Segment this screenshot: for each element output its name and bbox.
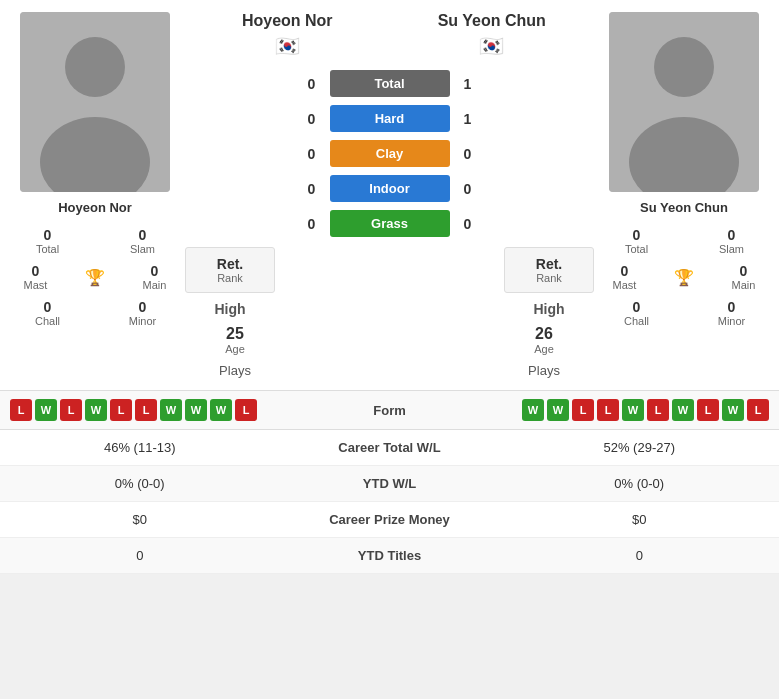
left-slam-label: Slam bbox=[130, 243, 155, 255]
right-mast-value: 0 bbox=[621, 263, 629, 279]
right-age-label: Age bbox=[494, 343, 594, 355]
career-right-val-3: 0 bbox=[500, 548, 780, 563]
right-mast-label: Mast bbox=[613, 279, 637, 291]
indoor-surface-btn: Indoor bbox=[330, 175, 450, 202]
high-row: High High bbox=[185, 301, 594, 317]
right-stats-row1: 0 Total 0 Slam bbox=[599, 227, 769, 255]
left-chall-label: Chall bbox=[35, 315, 60, 327]
right-age-value: 26 bbox=[494, 325, 594, 343]
left-slam-value: 0 bbox=[139, 227, 147, 243]
right-slam-value: 0 bbox=[728, 227, 736, 243]
left-minor-stat: 0 Minor bbox=[105, 299, 180, 327]
left-age-block: 25 Age bbox=[185, 325, 285, 355]
left-main-label: Main bbox=[143, 279, 167, 291]
right-flag: 🇰🇷 bbox=[390, 34, 595, 58]
left-form-badge-8: W bbox=[210, 399, 232, 421]
career-left-val-2: $0 bbox=[0, 512, 280, 527]
career-stats-row-1: 0% (0-0)YTD W/L0% (0-0) bbox=[0, 466, 779, 502]
right-stats-row3: 0 Chall 0 Minor bbox=[599, 299, 769, 327]
left-high-text: High bbox=[214, 301, 245, 317]
match-section: Hoyeon Nor 0 Total 0 Slam 0 Mast bbox=[0, 0, 779, 390]
right-rank-label: Rank bbox=[520, 272, 578, 284]
grass-surface-btn: Grass bbox=[330, 210, 450, 237]
grass-right-score: 0 bbox=[458, 216, 478, 232]
left-stats-row2: 0 Mast 🏆 0 Main bbox=[10, 263, 180, 291]
left-age-value: 25 bbox=[185, 325, 285, 343]
clay-right-score: 0 bbox=[458, 146, 478, 162]
career-right-val-0: 52% (29-27) bbox=[500, 440, 780, 455]
left-player-avatar bbox=[20, 12, 170, 192]
right-name-block: Su Yeon Chun 🇰🇷 bbox=[390, 12, 595, 58]
left-form-badge-2: L bbox=[60, 399, 82, 421]
right-stats-row2: 0 Mast 🏆 0 Main bbox=[599, 263, 769, 291]
right-trophy-icon: 🏆 bbox=[674, 268, 694, 287]
left-form-badge-4: L bbox=[110, 399, 132, 421]
right-high-block: High bbox=[504, 301, 594, 317]
left-rank-value: Ret. bbox=[201, 256, 259, 272]
clay-left-score: 0 bbox=[302, 146, 322, 162]
left-minor-value: 0 bbox=[139, 299, 147, 315]
hard-left-score: 0 bbox=[302, 111, 322, 127]
right-player-avatar bbox=[609, 12, 759, 192]
left-form-badge-1: W bbox=[35, 399, 57, 421]
indoor-right-score: 0 bbox=[458, 181, 478, 197]
left-trophy-icon: 🏆 bbox=[85, 268, 105, 287]
right-form-badge-8: W bbox=[722, 399, 744, 421]
center-column: Hoyeon Nor 🇰🇷 Su Yeon Chun 🇰🇷 0 Total 1 bbox=[185, 12, 594, 378]
main-container: Hoyeon Nor 0 Total 0 Slam 0 Mast bbox=[0, 0, 779, 574]
left-player-name: Hoyeon Nor bbox=[58, 200, 132, 215]
right-chall-label: Chall bbox=[624, 315, 649, 327]
left-player-stats: 0 Total 0 Slam 0 Mast 🏆 bbox=[10, 223, 180, 327]
left-age-label: Age bbox=[185, 343, 285, 355]
right-chall-stat: 0 Chall bbox=[599, 299, 674, 327]
right-minor-value: 0 bbox=[728, 299, 736, 315]
career-left-val-1: 0% (0-0) bbox=[0, 476, 280, 491]
right-player-stats: 0 Total 0 Slam 0 Mast 🏆 bbox=[599, 223, 769, 327]
right-rank-panel: Ret. Rank bbox=[504, 247, 594, 293]
right-form-badge-0: W bbox=[522, 399, 544, 421]
right-slam-stat: 0 Slam bbox=[694, 227, 769, 255]
svg-point-1 bbox=[65, 37, 125, 97]
right-player-name: Su Yeon Chun bbox=[640, 200, 728, 215]
total-left-score: 0 bbox=[302, 76, 322, 92]
right-form-badges: WWLLWLWLWL bbox=[430, 399, 770, 421]
score-row-grass: 0 Grass 0 bbox=[185, 208, 594, 239]
career-left-val-3: 0 bbox=[0, 548, 280, 563]
right-main-value: 0 bbox=[740, 263, 748, 279]
player-left-card: Hoyeon Nor 0 Total 0 Slam 0 Mast bbox=[10, 12, 180, 327]
clay-surface-btn: Clay bbox=[330, 140, 450, 167]
right-total-value: 0 bbox=[633, 227, 641, 243]
career-center-label-0: Career Total W/L bbox=[280, 440, 500, 455]
score-row-hard: 0 Hard 1 bbox=[185, 103, 594, 134]
career-right-val-1: 0% (0-0) bbox=[500, 476, 780, 491]
left-total-value: 0 bbox=[44, 227, 52, 243]
right-form-badge-3: L bbox=[597, 399, 619, 421]
career-left-val-0: 46% (11-13) bbox=[0, 440, 280, 455]
left-form-badge-0: L bbox=[10, 399, 32, 421]
left-plays-label: Plays bbox=[219, 363, 251, 378]
right-total-label: Total bbox=[625, 243, 648, 255]
left-stats-row3: 0 Chall 0 Minor bbox=[10, 299, 180, 327]
age-row: 25 Age 26 Age bbox=[185, 325, 594, 355]
left-form-badge-9: L bbox=[235, 399, 257, 421]
left-high-block: High bbox=[185, 301, 275, 317]
left-form-badge-6: W bbox=[160, 399, 182, 421]
career-center-label-3: YTD Titles bbox=[280, 548, 500, 563]
right-form-badge-4: W bbox=[622, 399, 644, 421]
score-row-total: 0 Total 1 bbox=[185, 68, 594, 99]
form-section: LWLWLLWWWL Form WWLLWLWLWL bbox=[0, 390, 779, 429]
right-main-label: Main bbox=[732, 279, 756, 291]
right-total-stat: 0 Total bbox=[599, 227, 674, 255]
score-row-clay: 0 Clay 0 bbox=[185, 138, 594, 169]
indoor-left-score: 0 bbox=[302, 181, 322, 197]
hard-right-score: 1 bbox=[458, 111, 478, 127]
right-form-badge-7: L bbox=[697, 399, 719, 421]
right-age-block: 26 Age bbox=[494, 325, 594, 355]
total-right-score: 1 bbox=[458, 76, 478, 92]
svg-point-4 bbox=[654, 37, 714, 97]
career-center-label-1: YTD W/L bbox=[280, 476, 500, 491]
player-right-card: Su Yeon Chun 0 Total 0 Slam 0 Mast bbox=[599, 12, 769, 327]
career-stats-row-3: 0YTD Titles0 bbox=[0, 538, 779, 574]
left-minor-label: Minor bbox=[129, 315, 157, 327]
left-slam-stat: 0 Slam bbox=[105, 227, 180, 255]
